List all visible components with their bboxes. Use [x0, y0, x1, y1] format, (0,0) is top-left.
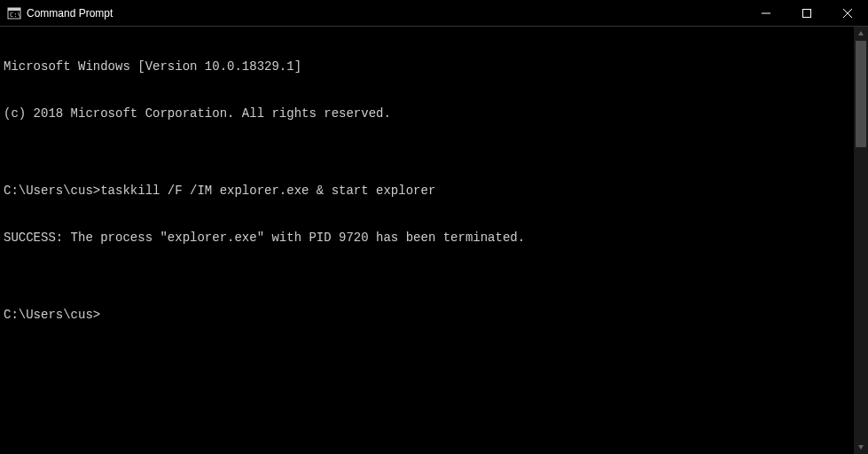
svg-marker-8: [858, 445, 864, 450]
scroll-down-button[interactable]: [854, 440, 868, 454]
scroll-up-button[interactable]: [854, 27, 868, 41]
terminal-line: SUCCESS: The process "explorer.exe" with…: [4, 231, 850, 247]
minimize-button[interactable]: [746, 0, 786, 26]
svg-rect-1: [8, 8, 20, 11]
terminal-output[interactable]: Microsoft Windows [Version 10.0.18329.1]…: [0, 27, 854, 454]
terminal-line: (c) 2018 Microsoft Corporation. All righ…: [4, 106, 850, 122]
maximize-button[interactable]: [786, 0, 827, 26]
svg-text:C:\: C:\: [10, 12, 21, 19]
terminal-prompt-line: C:\Users\cus>: [4, 308, 850, 324]
close-button[interactable]: [827, 0, 868, 26]
window-title: Command Prompt: [27, 7, 113, 20]
scrollbar-thumb[interactable]: [856, 41, 866, 147]
svg-rect-4: [803, 9, 811, 17]
window-controls: [746, 0, 868, 26]
terminal-line: Microsoft Windows [Version 10.0.18329.1]: [4, 59, 850, 75]
terminal-line: C:\Users\cus>taskkill /F /IM explorer.ex…: [4, 184, 850, 200]
vertical-scrollbar[interactable]: [854, 27, 868, 454]
cursor: [100, 309, 107, 322]
scrollbar-track[interactable]: [854, 41, 868, 440]
terminal-prompt: C:\Users\cus>: [4, 308, 100, 322]
svg-marker-7: [858, 31, 864, 35]
app-icon: C:\: [7, 6, 21, 20]
terminal-area: Microsoft Windows [Version 10.0.18329.1]…: [0, 27, 868, 454]
window-titlebar: C:\ Command Prompt: [0, 0, 868, 27]
